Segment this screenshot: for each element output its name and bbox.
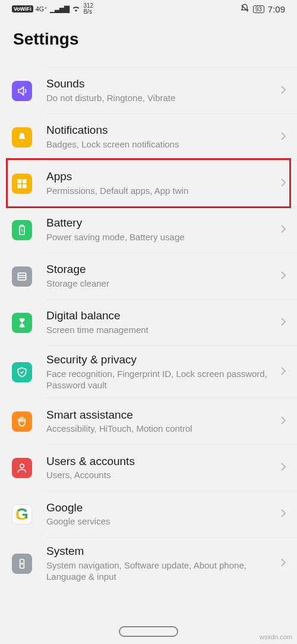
settings-item-shield[interactable]: Security & privacyFace recognition, Fing… bbox=[46, 346, 297, 398]
item-text: Digital balanceScreen time management bbox=[46, 309, 276, 336]
settings-item-hand[interactable]: Smart assistanceAccessibility, HiTouch, … bbox=[46, 398, 297, 445]
item-text: AppsPermissions, Default apps, App twin bbox=[46, 170, 276, 197]
data-rate: 312B/s bbox=[83, 3, 93, 15]
svg-rect-6 bbox=[18, 273, 26, 280]
item-title: System bbox=[46, 545, 276, 558]
settings-item-battery[interactable]: BatteryPower saving mode, Battery usage bbox=[46, 207, 297, 253]
chevron-right-icon bbox=[280, 462, 286, 474]
nav-pill[interactable] bbox=[119, 626, 178, 637]
hand-icon bbox=[12, 411, 32, 432]
status-left: VoWiFi 4G⁺ ▁▃▅▇ 312B/s bbox=[12, 3, 93, 15]
item-subtitle: Screen time management bbox=[46, 325, 276, 336]
google-icon: G bbox=[12, 504, 32, 524]
page-title: Settings bbox=[13, 30, 284, 49]
vowifi-badge: VoWiFi bbox=[12, 5, 33, 12]
watermark: wsxdn.com bbox=[260, 633, 292, 640]
item-subtitle: Badges, Lock screen notifications bbox=[46, 139, 276, 150]
item-subtitle: System navigation, Software update, Abou… bbox=[46, 560, 276, 583]
chevron-right-icon bbox=[280, 271, 286, 282]
item-subtitle: Power saving mode, Battery usage bbox=[46, 232, 276, 243]
item-text: SystemSystem navigation, Software update… bbox=[46, 545, 276, 582]
svg-rect-3 bbox=[23, 184, 27, 188]
svg-rect-2 bbox=[18, 184, 22, 188]
item-title: Battery bbox=[46, 216, 276, 230]
svg-point-9 bbox=[20, 464, 24, 468]
item-title: Smart assistance bbox=[46, 409, 276, 422]
item-subtitle: Users, Accounts bbox=[46, 470, 276, 481]
truncated-row bbox=[46, 56, 297, 68]
hourglass-icon bbox=[12, 313, 32, 333]
signal-icon: ▁▃▅▇ bbox=[50, 5, 69, 13]
network-type: 4G⁺ bbox=[36, 5, 48, 13]
item-title: Sounds bbox=[46, 77, 276, 91]
apps-icon bbox=[12, 174, 32, 194]
item-subtitle: Google services bbox=[46, 516, 276, 527]
settings-item-sound[interactable]: SoundsDo not disturb, Ringtone, Vibrate bbox=[46, 68, 297, 114]
settings-item-system[interactable]: SystemSystem navigation, Software update… bbox=[46, 538, 297, 589]
item-title: Digital balance bbox=[46, 309, 276, 323]
item-text: Smart assistanceAccessibility, HiTouch, … bbox=[46, 409, 276, 435]
chevron-right-icon bbox=[280, 416, 286, 428]
sound-icon bbox=[12, 81, 32, 101]
item-text: NotificationsBadges, Lock screen notific… bbox=[46, 124, 276, 150]
chevron-right-icon bbox=[280, 85, 286, 97]
battery-icon bbox=[12, 220, 32, 240]
item-subtitle: Do not disturb, Ringtone, Vibrate bbox=[46, 93, 276, 104]
item-title: Security & privacy bbox=[46, 353, 276, 367]
chevron-right-icon bbox=[280, 558, 286, 570]
item-title: Storage bbox=[46, 263, 276, 277]
svg-rect-1 bbox=[23, 179, 27, 183]
item-subtitle: Permissions, Default apps, App twin bbox=[46, 186, 276, 197]
item-text: GoogleGoogle services bbox=[46, 501, 276, 528]
svg-rect-0 bbox=[18, 179, 22, 183]
item-text: StorageStorage cleaner bbox=[46, 263, 276, 290]
item-subtitle: Storage cleaner bbox=[46, 278, 276, 290]
settings-item-bell[interactable]: NotificationsBadges, Lock screen notific… bbox=[46, 114, 297, 161]
settings-item-storage[interactable]: StorageStorage cleaner bbox=[46, 253, 297, 300]
chevron-right-icon bbox=[280, 508, 286, 520]
mute-icon bbox=[240, 4, 249, 15]
bell-icon bbox=[12, 127, 32, 147]
system-icon bbox=[12, 554, 32, 574]
item-text: Users & accountsUsers, Accounts bbox=[46, 455, 276, 482]
item-text: Security & privacyFace recognition, Fing… bbox=[46, 353, 276, 391]
settings-item-apps[interactable]: AppsPermissions, Default apps, App twin bbox=[46, 161, 297, 207]
svg-point-11 bbox=[21, 563, 23, 564]
item-subtitle: Accessibility, HiTouch, Motion control bbox=[46, 423, 276, 435]
clock: 7:09 bbox=[268, 4, 285, 14]
wifi-icon bbox=[71, 5, 81, 14]
user-icon bbox=[12, 458, 32, 478]
storage-icon bbox=[12, 266, 32, 287]
item-title: Apps bbox=[46, 170, 276, 184]
page-header: Settings bbox=[0, 18, 297, 56]
settings-item-google[interactable]: GGoogleGoogle services bbox=[46, 491, 297, 538]
item-title: Google bbox=[46, 501, 276, 515]
chevron-right-icon bbox=[280, 178, 286, 190]
chevron-right-icon bbox=[280, 317, 286, 329]
item-text: BatteryPower saving mode, Battery usage bbox=[46, 216, 276, 243]
item-title: Users & accounts bbox=[46, 455, 276, 469]
battery-level: 93 bbox=[253, 5, 264, 13]
item-text: SoundsDo not disturb, Ringtone, Vibrate bbox=[46, 77, 276, 104]
settings-item-user[interactable]: Users & accountsUsers, Accounts bbox=[46, 445, 297, 491]
status-bar: VoWiFi 4G⁺ ▁▃▅▇ 312B/s 93 7:09 bbox=[0, 0, 297, 18]
chevron-right-icon bbox=[280, 224, 286, 236]
settings-list: SoundsDo not disturb, Ringtone, VibrateN… bbox=[0, 56, 297, 590]
item-subtitle: Face recognition, Fingerprint ID, Lock s… bbox=[46, 369, 276, 391]
chevron-right-icon bbox=[280, 131, 286, 143]
shield-icon bbox=[12, 362, 32, 382]
chevron-right-icon bbox=[280, 366, 286, 378]
settings-item-hourglass[interactable]: Digital balanceScreen time management bbox=[46, 300, 297, 346]
svg-rect-5 bbox=[21, 225, 23, 226]
item-title: Notifications bbox=[46, 124, 276, 137]
status-right: 93 7:09 bbox=[240, 4, 285, 15]
